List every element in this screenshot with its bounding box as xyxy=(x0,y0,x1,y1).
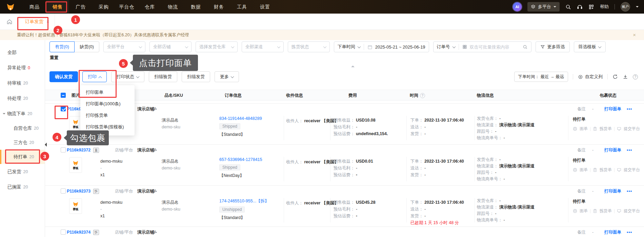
filter-select[interactable]: 全部渠道 xyxy=(242,41,284,52)
sort-order-button[interactable]: 下单时间： 最近 → 最远 xyxy=(514,72,568,82)
sidebar-item[interactable]: 自营仓库 20 xyxy=(0,121,45,135)
ai-assistant-button[interactable]: AI xyxy=(513,2,522,11)
print-waybill-link[interactable]: 打印面单 xyxy=(604,145,621,156)
submit-platform-action[interactable]: 提交平台 xyxy=(624,208,640,214)
help-icon[interactable]: ? xyxy=(633,74,638,79)
print-status-button[interactable]: 打印状态 xyxy=(111,71,144,82)
tab-order-shipping[interactable]: 订单发货 × xyxy=(19,14,55,30)
nav-item[interactable]: 物流 xyxy=(161,0,184,14)
sidebar-item[interactable]: 三方仓 20 xyxy=(0,135,45,150)
submit-platform-action[interactable]: 提交平台 xyxy=(624,126,640,132)
search-icon[interactable] xyxy=(523,44,528,50)
sidebar-item[interactable]: 待审核 20 xyxy=(0,75,45,91)
print-waybill-action[interactable]: 面单 xyxy=(580,167,588,173)
more-actions-button[interactable]: 更多 xyxy=(215,71,239,82)
filter-select[interactable]: 全部平台 xyxy=(103,41,145,52)
download-icon[interactable] xyxy=(623,74,628,79)
filter-select[interactable]: 全部店铺 xyxy=(149,41,192,52)
nav-item[interactable]: 平台仓 xyxy=(115,0,138,14)
filter-select[interactable]: 选择发货仓库 xyxy=(196,41,238,52)
time-type-select[interactable]: 下单时间 xyxy=(334,44,364,50)
row-checkbox[interactable] xyxy=(61,106,66,111)
print-picklist-action[interactable]: 拣货单 xyxy=(600,126,612,132)
refresh-icon[interactable] xyxy=(612,74,618,79)
search-type-select[interactable]: 订单号 xyxy=(434,44,459,50)
nav-item[interactable]: 商品 xyxy=(23,0,46,14)
print-waybill-action[interactable]: 面单 xyxy=(580,126,588,132)
nav-item[interactable]: 销售 xyxy=(46,0,69,14)
sidebar-item[interactable]: 已搁置 20 xyxy=(0,179,45,195)
print-waybill-link[interactable]: 打印面单 xyxy=(604,227,621,237)
fox-logo-icon[interactable] xyxy=(6,2,15,11)
print-button[interactable]: 打印 xyxy=(82,71,107,82)
platform-selector[interactable]: 多平台 xyxy=(527,2,560,12)
more-filters-button[interactable]: 更多筛选 xyxy=(536,41,570,52)
support-headset-icon[interactable] xyxy=(577,4,583,10)
row-more-actions[interactable]: ••• xyxy=(627,104,632,114)
annotation-step-3: 3 xyxy=(40,152,49,161)
nav-item[interactable]: 财务 xyxy=(207,0,230,14)
reset-filters-link[interactable]: 重置 xyxy=(50,55,58,61)
custom-columns-button[interactable]: 自定义列 xyxy=(578,74,603,80)
print-menu-item[interactable]: 打印面单(1000条) xyxy=(80,98,135,110)
sidebar-item[interactable]: 已发货 20 xyxy=(0,164,45,179)
date-range-picker[interactable]: 2025-05-21 ~ 2025-06-19 xyxy=(364,44,429,50)
order-number-link[interactable]: P116k92374 xyxy=(67,230,90,235)
revenue-label: 销售收益： xyxy=(334,200,355,205)
product-name-cell: 演示品名 demo-sku xyxy=(162,158,180,171)
scan-check-button[interactable]: 扫描验货 xyxy=(149,71,177,82)
sidebar-item[interactable]: 待打单 20 xyxy=(0,150,45,164)
row-more-actions[interactable]: ••• xyxy=(627,145,632,156)
close-icon[interactable]: × xyxy=(46,19,49,24)
print-picklist-action[interactable]: 拣货单 xyxy=(600,167,612,173)
row-more-actions[interactable]: ••• xyxy=(627,186,632,197)
notice-close-icon[interactable]: × xyxy=(633,32,636,38)
platform-order-link[interactable]: 174-2465510-955...【拆】 xyxy=(219,198,269,204)
nav-item[interactable]: 工具 xyxy=(230,0,254,14)
row-checkbox[interactable] xyxy=(61,147,66,152)
product-image[interactable]: 赛狐 xyxy=(69,198,82,214)
sidebar-item[interactable]: 全部 xyxy=(0,45,45,60)
account-chevron-icon[interactable] xyxy=(636,6,639,9)
print-waybill-action[interactable]: 面单 xyxy=(580,208,588,214)
scan-ship-button[interactable]: 扫描发货 xyxy=(182,71,210,82)
nav-item[interactable]: 仓库 xyxy=(138,0,161,14)
filter-select[interactable]: 拣货状态 xyxy=(288,41,330,52)
print-menu-item[interactable]: 打印面单 xyxy=(80,87,135,98)
nav-item[interactable]: 采购 xyxy=(92,0,115,14)
submit-platform-action[interactable]: 提交平台 xyxy=(624,167,640,173)
sidebar-collapse-handle[interactable] xyxy=(43,143,47,147)
sidebar-item[interactable]: 待处理 20 xyxy=(0,91,45,106)
select-all-checkbox[interactable] xyxy=(61,93,66,98)
search-icon[interactable] xyxy=(565,4,571,10)
print-menu-item[interactable]: 打印拣货单 xyxy=(80,110,135,121)
order-number-link[interactable]: P116k92373 xyxy=(67,189,90,194)
filter-out-of-stock[interactable]: 缺货(0) xyxy=(74,41,99,52)
sidebar-item[interactable]: 物流下单 20 xyxy=(0,106,45,121)
home-icon[interactable] xyxy=(6,19,13,25)
nav-item[interactable]: 数据 xyxy=(184,0,207,14)
row-checkbox[interactable] xyxy=(61,188,66,194)
print-picklist-action[interactable]: 拣货单 xyxy=(600,208,612,214)
collapse-filters-icon[interactable] xyxy=(351,64,355,67)
print-waybill-link[interactable]: 打印面单 xyxy=(604,186,621,197)
order-number-link[interactable]: P116k92372 xyxy=(67,148,90,152)
print-waybill-link[interactable]: 打印面单 xyxy=(604,104,621,114)
platform-order-link[interactable]: 834-1191444-4848289 xyxy=(219,116,262,121)
product-image[interactable]: 赛狐 xyxy=(69,157,82,173)
apps-grid-icon[interactable] xyxy=(588,4,594,10)
account-avatar[interactable]: 账户 xyxy=(621,2,630,12)
nav-item[interactable]: 设置 xyxy=(254,0,277,14)
nav-item[interactable]: 广告 xyxy=(69,0,92,14)
help-icon[interactable]: ? xyxy=(420,93,425,98)
help-link[interactable]: 帮助 xyxy=(600,4,609,10)
confirm-ship-button[interactable]: 确认发货 xyxy=(49,71,78,82)
sidebar-item[interactable]: 异常处理 0 xyxy=(0,60,45,75)
search-input[interactable] xyxy=(470,44,520,50)
platform-order-link[interactable]: 657-5336964-1278415 xyxy=(219,157,262,162)
row-checkbox[interactable] xyxy=(61,230,66,235)
filter-template-button[interactable]: 筛选模板 xyxy=(574,41,606,52)
filter-in-stock[interactable]: 有货(0) xyxy=(49,41,75,52)
row-more-actions[interactable]: ••• xyxy=(627,227,632,237)
remark-value: - xyxy=(592,227,593,237)
